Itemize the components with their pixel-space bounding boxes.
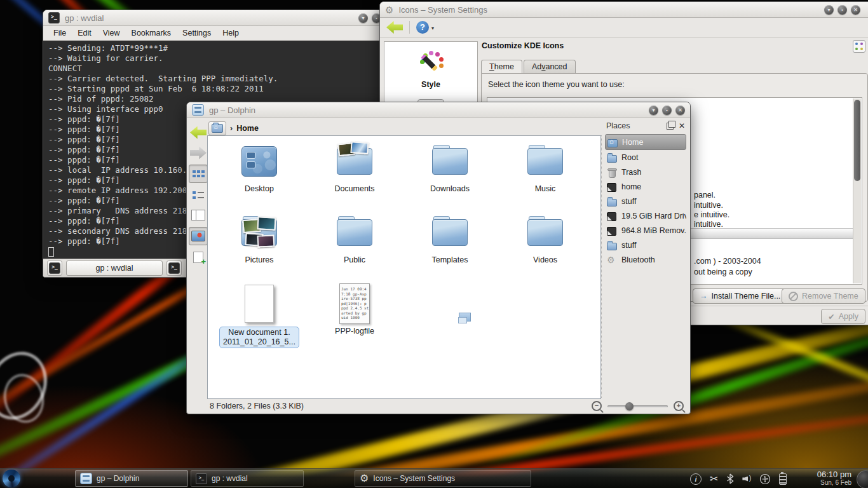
icons-view-button[interactable] [189, 165, 208, 183]
zoom-out-icon[interactable]: − [592, 401, 602, 411]
file-manager-icon [192, 104, 204, 116]
preview-toggle-button[interactable] [189, 227, 208, 245]
file-text-icon: Jan 17 09:4 7:18 gp-Asp ire-5738 pp pd[1… [339, 283, 370, 324]
minimize-button[interactable] [358, 13, 368, 23]
menu-bookmarks[interactable]: Bookmarks [126, 27, 177, 39]
file-item-ppp-logfile[interactable]: Jan 17 09:4 7:18 gp-Asp ire-5738 pp pd[1… [307, 283, 402, 355]
info-icon[interactable]: i [690, 473, 702, 485]
dolphin-statusbar: 8 Folders, 2 Files (3.3 KiB) − + [187, 398, 690, 414]
menu-view[interactable]: View [98, 27, 125, 39]
sidebar-item-style[interactable]: Style [384, 48, 477, 89]
install-theme-button[interactable]: → Install Theme File... [693, 288, 787, 304]
maximize-button[interactable] [837, 5, 847, 15]
details-view-button[interactable] [189, 186, 207, 203]
place-label: stuff [621, 241, 636, 250]
file-item-desktop[interactable]: Desktop [212, 141, 307, 212]
place-item-964-8-mib-remov[interactable]: 964.8 MiB Remov... [605, 223, 686, 238]
zoom-slider[interactable] [607, 402, 668, 410]
file-label: Music [535, 184, 556, 194]
dolphin-titlebar[interactable]: gp – Dolphin [187, 102, 690, 118]
back-arrow-icon[interactable] [386, 21, 403, 34]
close-button[interactable] [851, 5, 860, 15]
minimize-button[interactable] [649, 105, 658, 115]
menu-edit[interactable]: Edit [72, 27, 97, 39]
zoom-in-icon[interactable]: + [674, 401, 684, 411]
scrollbar-thumb[interactable] [854, 100, 860, 181]
file-item-templates[interactable]: Templates [402, 212, 498, 283]
app-launcher-icon[interactable] [3, 470, 20, 487]
battery-icon[interactable] [779, 473, 787, 485]
volume-icon[interactable] [742, 475, 751, 483]
file-item-new-document-1[interactable]: New document 1.2011_01_20_16_5... [212, 283, 307, 355]
breadcrumb-location[interactable]: Home [236, 124, 259, 133]
terminal-tab[interactable]: gp : wvdial [66, 261, 163, 276]
system-settings-titlebar[interactable]: ⚙ Icons – System Settings [380, 2, 868, 18]
file-item-music[interactable]: Music [498, 141, 593, 212]
remove-theme-button[interactable]: Remove Theme [782, 288, 865, 304]
file-item-videos[interactable]: Videos [498, 212, 593, 283]
menu-settings[interactable]: Settings [177, 27, 216, 39]
file-label: New document 1.2011_01_20_16_5... [219, 327, 299, 348]
file-item-downloads[interactable]: Downloads [402, 141, 498, 212]
terminal-line: CONNECT [48, 64, 381, 74]
terminal-icon [196, 473, 207, 484]
panel-toolbox-cashew[interactable] [857, 470, 868, 488]
new-tab-button[interactable] [47, 261, 62, 276]
folder-icon [527, 141, 563, 182]
place-item-home[interactable]: Home [605, 134, 686, 150]
tab-list-button[interactable] [166, 261, 182, 276]
place-label: stuff [621, 197, 636, 206]
apply-button[interactable]: ✔ Apply [821, 309, 865, 324]
back-button[interactable] [189, 124, 207, 141]
task-gp-dolphin[interactable]: gp – Dolphin [75, 470, 188, 487]
gear-icon: ⚙ [607, 255, 617, 265]
tab-theme[interactable]: Theme [481, 60, 522, 73]
system-settings-toolbar: ?▾ [380, 18, 868, 37]
file-item-documents[interactable]: Documents [307, 141, 402, 212]
terminal-menubar: FileEditViewBookmarksSettingsHelp [43, 26, 386, 41]
folder-icon [607, 240, 617, 250]
maximize-button[interactable] [662, 105, 672, 115]
text-cursor [48, 247, 54, 257]
digital-clock[interactable]: 06:10 pm Sun, 6 Feb [817, 470, 851, 486]
place-item-home[interactable]: home [605, 179, 686, 194]
task-gp-wvdial[interactable]: gp : wvdial [191, 470, 304, 487]
zoom-slider-knob[interactable] [625, 402, 634, 410]
add-icon [193, 252, 203, 263]
place-item-19-5-gib-hard-drive[interactable]: 19.5 GiB Hard Drive [605, 208, 686, 223]
file-item-public[interactable]: Public [307, 212, 402, 283]
breadcrumb-home-button[interactable] [208, 121, 226, 135]
bluetooth-icon[interactable] [726, 473, 734, 484]
split-view-button[interactable] [189, 248, 207, 266]
close-panel-icon[interactable]: ✕ [679, 121, 685, 130]
close-button[interactable] [675, 105, 685, 115]
help-icon[interactable]: ?▾ [416, 21, 429, 34]
place-item-stuff[interactable]: stuff [605, 194, 686, 208]
theme-description-fragment: panel. [694, 191, 715, 200]
place-item-bluetooth[interactable]: ⚙Bluetooth [605, 252, 686, 267]
place-item-root[interactable]: Root [605, 150, 686, 165]
folder-view[interactable]: DesktopDocumentsDownloadsMusicPicturesPu… [207, 135, 601, 399]
task-icons-system-settings[interactable]: ⚙Icons – System Settings [355, 470, 531, 487]
forward-button[interactable] [189, 144, 207, 161]
terminal-titlebar[interactable]: gp : wvdial [43, 10, 386, 26]
module-grid-icon[interactable] [853, 40, 865, 53]
usb-device-icon[interactable] [759, 473, 771, 485]
task-label: Icons – System Settings [373, 474, 455, 483]
terminal-line: --> Starting pppd at Sun Feb 6 18:08:22 … [48, 84, 381, 94]
back-arrow-icon [190, 126, 207, 139]
float-panel-icon[interactable] [667, 123, 674, 130]
klipper-scissors-icon[interactable]: ✂ [710, 473, 718, 485]
minimize-button[interactable] [824, 5, 834, 15]
no-entry-icon [789, 292, 798, 301]
scrollbar[interactable] [853, 98, 861, 283]
menu-help[interactable]: Help [217, 27, 244, 39]
tab-advanced[interactable]: Advanced [524, 60, 576, 73]
file-item-pictures[interactable]: Pictures [212, 212, 307, 283]
panel-splitter-handle[interactable] [601, 135, 604, 398]
place-item-trash[interactable]: Trash [605, 165, 686, 179]
trash-icon [607, 167, 617, 177]
menu-file[interactable]: File [48, 27, 71, 39]
place-item-stuff[interactable]: stuff [605, 238, 686, 252]
columns-view-button[interactable] [189, 207, 207, 224]
